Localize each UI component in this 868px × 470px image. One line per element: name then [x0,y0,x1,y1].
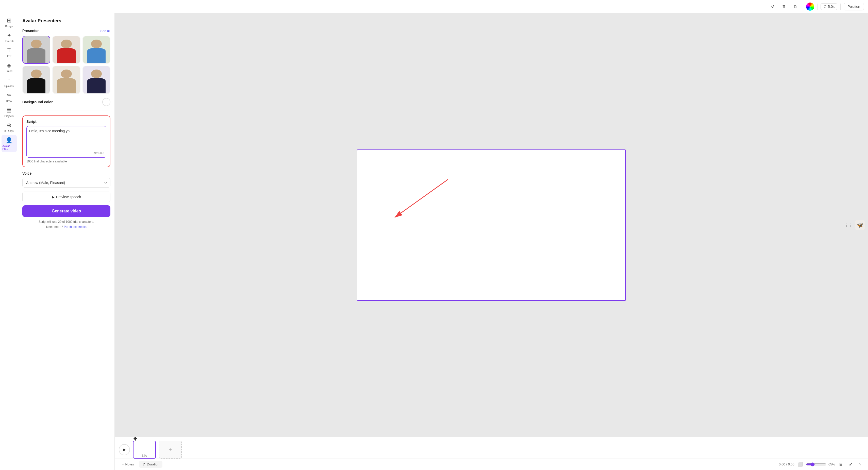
script-section: Script Hello, It's nice meeting you. 29/… [22,116,111,167]
purchase-credits-link[interactable]: Purchase credits [64,225,87,229]
panel-title: Avatar Presenters [22,18,61,24]
play-icon: ▶ [52,195,55,199]
sidebar-label-avatar: Avatar Pre... [3,145,16,150]
script-trial-note: 1000 trial characters available [26,160,106,163]
sidebar-label-projects: Projects [4,115,13,118]
toolbar-divider-1 [803,4,803,10]
play-button[interactable]: ▶ [119,444,130,455]
main-layout: ⊞ Design ✦ Elements T Text ◈ Brand ↑ Upl… [0,13,868,470]
preview-speech-label: Preview speech [56,195,81,199]
see-all-button[interactable]: See all [100,29,111,33]
sidebar-item-text[interactable]: T Text [2,45,17,60]
zoom-slider[interactable] [806,462,826,466]
refresh-button[interactable]: ↺ [768,2,777,11]
sidebar-label-text: Text [7,55,11,58]
background-color-swatch[interactable] [102,98,111,106]
sidebar-label-uploads: Uploads [4,85,14,88]
main-canvas[interactable] [357,150,626,301]
presenter-card-3[interactable] [83,36,111,64]
design-icon: ⊞ [7,17,11,24]
toolbar-divider-3 [840,4,841,10]
presenter-card-2[interactable] [52,36,80,64]
grid-view-button[interactable]: ⊞ [837,461,845,468]
notes-button[interactable]: ≡ Notes [119,461,137,468]
monitor-view-button[interactable]: ⬜ [797,461,804,468]
background-color-section: Background color [22,98,111,111]
panel-more-button[interactable]: ··· [104,17,111,25]
canvas-area: ⋮⋮ 🦋 ▶ 5.0s + [115,13,868,470]
brand-icon: ◈ [7,62,11,69]
presenter-card-5[interactable] [52,66,80,94]
color-picker-button[interactable] [806,3,814,11]
svg-line-1 [395,180,448,218]
sidebar-item-design[interactable]: ⊞ Design [2,15,17,30]
trial-note: Script will use 29 of 1000 trial charact… [22,220,111,224]
slide-thumbnail-1[interactable]: 5.0s [133,441,156,459]
sidebar-label-apps: 88 Apps [4,130,13,132]
presenter-label: Presenter [22,29,39,33]
bottom-right-controls: 0:00 / 0:05 ⬜ 65% ⊞ ⤢ ? [779,461,864,468]
sidebar-item-elements[interactable]: ✦ Elements [2,30,17,45]
time-display: 0:00 / 0:05 [779,462,795,466]
presenter-card-6[interactable] [83,66,111,94]
canvas-dots-button[interactable]: ⋮⋮ [845,223,853,228]
script-textarea-wrapper: Hello, It's nice meeting you. 29/5000 [26,126,106,158]
voice-select[interactable]: Andrew (Male, Pleasant) Sarah (Female, C… [22,178,111,188]
panel-header: Avatar Presenters ··· [22,17,111,25]
presenter-section-header: Presenter See all [22,29,111,33]
sidebar-label-design: Design [5,25,13,28]
clock-icon: ⏱ [823,5,827,9]
sidebar-item-brand[interactable]: ◈ Brand [2,60,17,74]
fullscreen-button[interactable]: ⤢ [847,461,854,468]
copy-button[interactable]: ⧉ [790,2,800,11]
presenters-grid [22,36,111,94]
duration-value: 5.0s [828,5,835,9]
canvas-wrapper: ⋮⋮ 🦋 [115,13,868,437]
slide-duration-label: 5.0s [142,454,147,457]
script-label: Script [26,120,106,124]
sidebar-label-draw: Draw [6,100,12,102]
sidebar-item-apps[interactable]: ⊕ 88 Apps [2,120,17,134]
sidebar-item-projects[interactable]: ▤ Projects [2,105,17,120]
sidebar-label-brand: Brand [6,70,12,72]
help-button[interactable]: ? [856,461,864,468]
purchase-note: Need more? [46,225,63,229]
purchase-link-wrapper: Need more? Purchase credits [22,225,111,229]
play-icon: ▶ [123,447,126,452]
elements-icon: ✦ [7,32,11,39]
bottom-left-controls: ≡ Notes ⏱ Duration [119,461,162,468]
notes-icon: ≡ [122,462,124,466]
sidebar-item-uploads[interactable]: ↑ Uploads [2,75,17,90]
position-button[interactable]: Position [844,3,864,10]
add-slide-icon: + [169,446,172,453]
presenter-card-4[interactable] [22,66,50,94]
delete-button[interactable]: 🗑 [779,2,788,11]
text-icon: T [7,47,11,54]
add-slide-button[interactable]: + [159,441,182,459]
avatar-panel: Avatar Presenters ··· Presenter See all [18,13,115,470]
script-counter: 29/5000 [29,151,103,155]
apps-icon: ⊕ [7,122,11,129]
sidebar-item-draw[interactable]: ✏ Draw [2,90,17,104]
toolbar-divider-2 [817,4,817,10]
voice-label: Voice [22,171,111,175]
sidebar-icons: ⊞ Design ✦ Elements T Text ◈ Brand ↑ Upl… [0,13,18,470]
timeline-bar: ▶ 5.0s + ≡ Notes ⏱ Dura [115,437,868,470]
zoom-percent: 65% [828,462,835,466]
sidebar-item-avatar[interactable]: 👤 Avatar Pre... [2,135,17,152]
generate-video-button[interactable]: Generate video [22,205,111,217]
uploads-icon: ↑ [8,77,10,84]
projects-icon: ▤ [6,107,12,114]
presenter-card-1[interactable] [22,36,50,64]
duration-icon: ⏱ [142,462,146,466]
background-color-label: Background color [22,100,53,104]
duration-label: Duration [147,462,159,466]
duration-button[interactable]: ⏱ Duration [139,461,162,468]
preview-speech-button[interactable]: ▶ Preview speech [22,192,111,202]
duration-display: ⏱ 5.0s [820,3,837,10]
top-toolbar: ↺ 🗑 ⧉ ⏱ 5.0s Position [0,0,868,13]
script-textarea[interactable]: Hello, It's nice meeting you. [29,129,103,149]
notes-label: Notes [125,462,134,466]
voice-section: Voice Andrew (Male, Pleasant) Sarah (Fem… [22,171,111,188]
canvas-right-panel-button[interactable]: 🦋 [855,220,865,230]
